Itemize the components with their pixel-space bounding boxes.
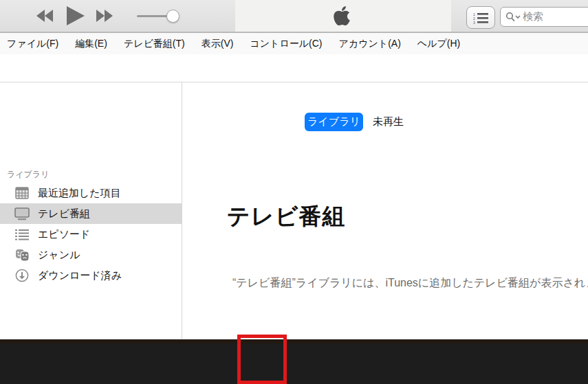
- sidebar-item-episodes[interactable]: エピソード: [0, 224, 182, 245]
- numbered-list-icon: 1 2 3: [472, 11, 489, 25]
- navigation-bar: テレビ番組 ライブラリ 未再生: [0, 54, 588, 82]
- playback-toolbar: 1 2 3 検索: [0, 0, 588, 32]
- search-icon: [505, 12, 521, 23]
- menu-tvshows[interactable]: テレビ番組(T): [124, 38, 185, 50]
- menu-file[interactable]: ファイル(F): [7, 38, 58, 50]
- sidebar-header: ライブラリ: [7, 169, 49, 181]
- taskbar: X: [0, 343, 588, 384]
- sidebar-item-label: テレビ番組: [38, 207, 90, 221]
- menu-account[interactable]: アカウント(A): [339, 38, 401, 50]
- sidebar-item-label: エピソード: [38, 228, 90, 241]
- fast-forward-icon[interactable]: [96, 10, 113, 22]
- masks-icon: [14, 247, 30, 262]
- page-title: テレビ番組: [227, 201, 345, 232]
- sidebar-item-label: 最近追加した項目: [38, 187, 121, 200]
- sidebar-item-label: ジャンル: [38, 249, 80, 262]
- itunes-window: 1 2 3 検索 ファイル(F) 編集(E) テレビ番組(T) 表示(V) コン…: [0, 0, 588, 384]
- rewind-icon[interactable]: [36, 10, 54, 22]
- tv-icon: [14, 206, 30, 221]
- menu-edit[interactable]: 編集(E): [75, 38, 107, 50]
- list-icon: [14, 227, 30, 242]
- sidebar-item-tvshows[interactable]: テレビ番組: [0, 203, 182, 224]
- play-icon[interactable]: [67, 6, 85, 26]
- apple-logo: [333, 5, 351, 27]
- sidebar-item-downloaded[interactable]: ダウンロード済み: [0, 265, 182, 286]
- svg-text:3: 3: [473, 21, 475, 25]
- sidebar-item-recently-added[interactable]: 最近追加した項目: [0, 183, 182, 203]
- download-icon: [14, 268, 30, 283]
- search-input[interactable]: 検索: [500, 7, 588, 27]
- menu-help[interactable]: ヘルプ(H): [417, 38, 460, 50]
- menu-bar: ファイル(F) 編集(E) テレビ番組(T) 表示(V) コントロール(C) ア…: [0, 32, 588, 54]
- menu-view[interactable]: 表示(V): [202, 38, 234, 50]
- sidebar-item-label: ダウンロード済み: [38, 269, 122, 282]
- view-options-button[interactable]: 1 2 3: [466, 6, 495, 29]
- sidebar: ライブラリ 最近追加した項目: [0, 82, 182, 339]
- volume-slider-knob[interactable]: [166, 10, 179, 23]
- search-placeholder: 検索: [523, 10, 543, 23]
- sidebar-item-genres[interactable]: ジャンル: [0, 245, 182, 265]
- tab-library[interactable]: ライブラリ: [305, 113, 363, 131]
- tab-unplayed[interactable]: 未再生: [373, 113, 404, 131]
- library-description: “テレビ番組”ライブラリには、iTunesに追加したテレビ番組が表示されます。: [232, 276, 588, 291]
- grid-icon: [14, 185, 30, 201]
- menu-controls[interactable]: コントロール(C): [250, 38, 322, 50]
